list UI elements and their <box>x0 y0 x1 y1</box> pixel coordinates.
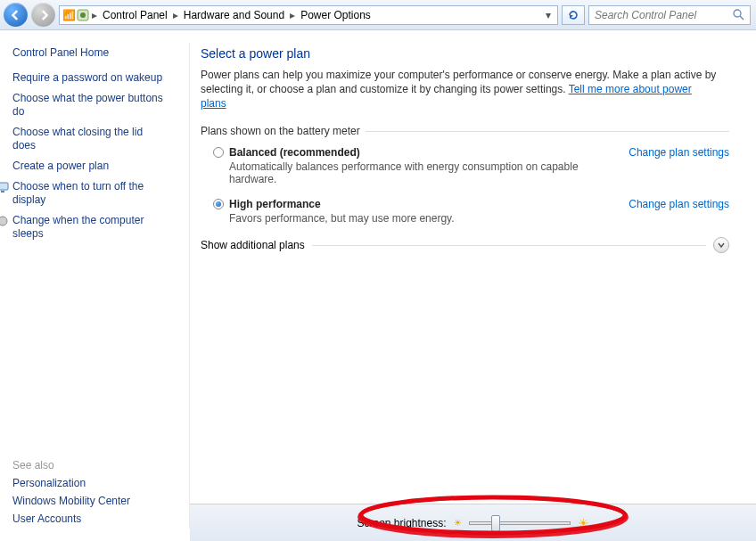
svg-point-6 <box>0 217 7 225</box>
sidebar: Control Panel Home Require a password on… <box>0 30 189 541</box>
arrow-left-icon <box>11 10 21 20</box>
svg-rect-4 <box>0 183 8 190</box>
plan-name[interactable]: Balanced (recommended) <box>229 146 604 159</box>
brightness-slider[interactable] <box>469 521 571 525</box>
radio-high-performance[interactable] <box>213 199 224 209</box>
back-button[interactable] <box>4 3 28 27</box>
divider <box>312 245 706 246</box>
sidebar-task-create-plan[interactable]: Create a power plan <box>12 160 164 173</box>
address-bar[interactable]: 📶 ▸ Control Panel ▸ Hardware and Sound ▸… <box>59 5 558 25</box>
search-icon <box>733 9 744 20</box>
change-plan-settings-link[interactable]: Change plan settings <box>629 146 729 159</box>
show-additional-plans[interactable]: Show additional plans <box>201 237 729 253</box>
see-also-personalization[interactable]: Personalization <box>12 477 130 489</box>
main-panel: Select a power plan Power plans can help… <box>190 30 756 541</box>
refresh-button[interactable] <box>562 5 585 25</box>
power-plan-high-performance: High performance Favors performance, but… <box>213 198 729 234</box>
monitor-icon <box>0 181 9 193</box>
content-area: Control Panel Home Require a password on… <box>0 30 756 541</box>
refresh-icon <box>567 9 579 21</box>
search-input[interactable]: Search Control Panel <box>588 5 751 25</box>
slider-thumb[interactable] <box>491 515 500 533</box>
group-label-text: Plans shown on the battery meter <box>201 125 360 137</box>
brightness-bar: Screen brightness: ☀ ☀ <box>190 504 756 541</box>
group-label: Plans shown on the battery meter <box>201 125 729 137</box>
search-placeholder: Search Control Panel <box>595 9 696 21</box>
see-also-mobility-center[interactable]: Windows Mobility Center <box>12 495 130 507</box>
intro-text: Power plans can help you maximize your c… <box>201 68 718 111</box>
network-icon: 📶 <box>62 8 76 22</box>
sidebar-task-power-buttons[interactable]: Choose what the power buttons do <box>12 92 164 119</box>
svg-line-3 <box>740 16 744 20</box>
sidebar-task-closing-lid[interactable]: Choose what closing the lid does <box>12 126 164 152</box>
plan-name[interactable]: High performance <box>229 198 604 210</box>
divider <box>366 131 729 132</box>
see-also-section: See also Personalization Windows Mobilit… <box>12 459 130 530</box>
radio-balanced[interactable] <box>213 147 224 158</box>
page-title: Select a power plan <box>201 46 729 61</box>
control-panel-home-link[interactable]: Control Panel Home <box>12 46 180 59</box>
control-panel-icon <box>76 8 90 22</box>
sun-small-icon: ☀ <box>454 518 462 528</box>
forward-button[interactable] <box>31 3 55 27</box>
sun-large-icon: ☀ <box>578 516 589 530</box>
plan-desc: Favors performance, but may use more ene… <box>229 212 604 225</box>
see-also-heading: See also <box>12 459 130 471</box>
address-toolbar: 📶 ▸ Control Panel ▸ Hardware and Sound ▸… <box>0 0 756 30</box>
sidebar-task-turn-off-display[interactable]: Choose when to turn off the display <box>12 180 164 207</box>
see-also-user-accounts[interactable]: User Accounts <box>12 512 130 525</box>
chevron-down-icon <box>717 241 726 250</box>
svg-rect-5 <box>1 191 4 193</box>
show-additional-label: Show additional plans <box>201 239 305 251</box>
arrow-right-icon <box>38 10 49 20</box>
breadcrumb[interactable]: Power Options <box>295 9 376 21</box>
svg-point-2 <box>734 10 741 17</box>
breadcrumb[interactable]: Hardware and Sound <box>178 9 290 21</box>
power-plan-balanced: Balanced (recommended) Automatically bal… <box>213 146 729 194</box>
sidebar-task-require-password[interactable]: Require a password on wakeup <box>12 71 164 85</box>
sidebar-task-sleep[interactable]: Change when the computer sleeps <box>12 214 164 241</box>
breadcrumb[interactable]: Control Panel <box>97 9 173 21</box>
moon-icon <box>0 215 9 227</box>
expand-button[interactable] <box>713 237 729 253</box>
plan-desc: Automatically balances performance with … <box>229 160 604 185</box>
change-plan-settings-link[interactable]: Change plan settings <box>629 198 729 210</box>
brightness-label: Screen brightness: <box>357 517 446 529</box>
svg-point-1 <box>80 12 86 18</box>
address-dropdown[interactable]: ▾ <box>539 9 555 21</box>
